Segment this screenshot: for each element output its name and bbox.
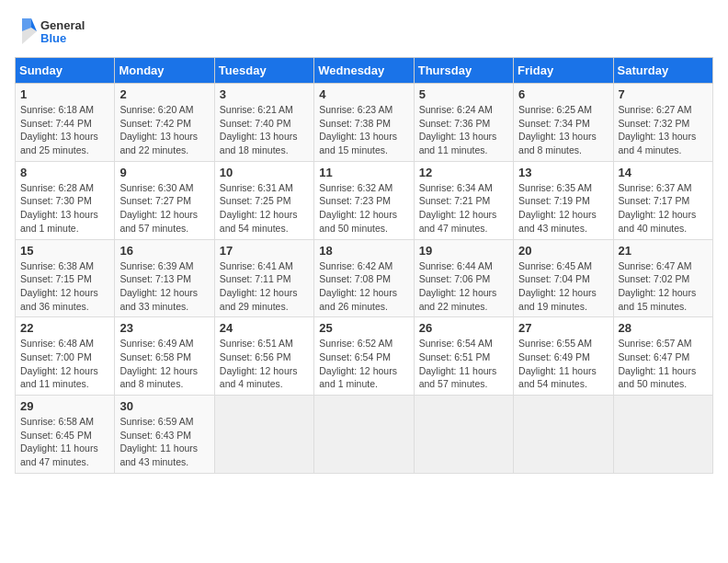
weekday-header-wednesday: Wednesday (314, 58, 414, 84)
calendar-day-27: 27Sunrise: 6:55 AM Sunset: 6:49 PM Dayli… (514, 317, 613, 396)
day-number: 29 (20, 399, 109, 413)
day-info: Sunrise: 6:35 AM Sunset: 7:19 PM Dayligh… (518, 181, 608, 236)
calendar-day-18: 18Sunrise: 6:42 AM Sunset: 7:08 PM Dayli… (314, 239, 414, 317)
calendar-day-12: 12Sunrise: 6:34 AM Sunset: 7:21 PM Dayli… (414, 161, 513, 239)
day-number: 1 (20, 87, 109, 101)
day-info: Sunrise: 6:27 AM Sunset: 7:32 PM Dayligh… (619, 103, 708, 157)
day-number: 2 (119, 87, 209, 101)
day-number: 14 (619, 166, 708, 179)
day-info: Sunrise: 6:45 AM Sunset: 7:04 PM Dayligh… (518, 259, 608, 314)
day-info: Sunrise: 6:48 AM Sunset: 7:00 PM Dayligh… (20, 337, 109, 391)
day-info: Sunrise: 6:32 AM Sunset: 7:23 PM Dayligh… (319, 181, 408, 236)
calendar-day-11: 11Sunrise: 6:32 AM Sunset: 7:23 PM Dayli… (314, 161, 414, 239)
day-number: 4 (319, 87, 408, 101)
day-info: Sunrise: 6:58 AM Sunset: 6:45 PM Dayligh… (20, 415, 109, 469)
calendar-day-4: 4Sunrise: 6:23 AM Sunset: 7:38 PM Daylig… (314, 84, 414, 162)
day-info: Sunrise: 6:39 AM Sunset: 7:13 PM Dayligh… (119, 259, 209, 314)
day-info: Sunrise: 6:52 AM Sunset: 6:54 PM Dayligh… (319, 337, 408, 391)
day-info: Sunrise: 6:20 AM Sunset: 7:42 PM Dayligh… (119, 103, 209, 157)
day-number: 20 (518, 244, 608, 258)
day-info: Sunrise: 6:41 AM Sunset: 7:11 PM Dayligh… (220, 259, 309, 314)
day-number: 30 (119, 399, 209, 413)
calendar-day-21: 21Sunrise: 6:47 AM Sunset: 7:02 PM Dayli… (613, 239, 712, 317)
day-number: 9 (119, 166, 209, 179)
day-number: 16 (119, 244, 209, 258)
day-info: Sunrise: 6:44 AM Sunset: 7:06 PM Dayligh… (419, 259, 508, 314)
day-number: 23 (119, 321, 209, 335)
weekday-header-friday: Friday (514, 58, 613, 84)
day-number: 26 (419, 321, 508, 335)
day-number: 19 (419, 244, 508, 258)
day-number: 7 (619, 87, 708, 101)
logo: General Blue (15, 15, 97, 48)
calendar-day-24: 24Sunrise: 6:51 AM Sunset: 6:56 PM Dayli… (214, 317, 313, 396)
calendar-day-7: 7Sunrise: 6:27 AM Sunset: 7:32 PM Daylig… (613, 84, 712, 162)
empty-cell (214, 396, 313, 474)
day-info: Sunrise: 6:54 AM Sunset: 6:51 PM Dayligh… (419, 337, 508, 391)
day-info: Sunrise: 6:34 AM Sunset: 7:21 PM Dayligh… (419, 181, 508, 236)
calendar-day-28: 28Sunrise: 6:57 AM Sunset: 6:47 PM Dayli… (613, 317, 712, 396)
day-info: Sunrise: 6:24 AM Sunset: 7:36 PM Dayligh… (419, 103, 508, 157)
day-info: Sunrise: 6:23 AM Sunset: 7:38 PM Dayligh… (319, 103, 408, 157)
day-number: 11 (319, 166, 408, 179)
calendar-day-22: 22Sunrise: 6:48 AM Sunset: 7:00 PM Dayli… (16, 317, 115, 396)
day-info: Sunrise: 6:37 AM Sunset: 7:17 PM Dayligh… (619, 181, 708, 236)
weekday-header-tuesday: Tuesday (214, 58, 313, 84)
day-info: Sunrise: 6:55 AM Sunset: 6:49 PM Dayligh… (518, 337, 608, 391)
calendar-day-20: 20Sunrise: 6:45 AM Sunset: 7:04 PM Dayli… (514, 239, 613, 317)
calendar-day-10: 10Sunrise: 6:31 AM Sunset: 7:25 PM Dayli… (214, 161, 313, 239)
day-info: Sunrise: 6:57 AM Sunset: 6:47 PM Dayligh… (619, 337, 708, 391)
day-number: 22 (20, 321, 109, 335)
day-number: 5 (419, 87, 508, 101)
day-number: 3 (220, 87, 309, 101)
calendar-week-2: 8Sunrise: 6:28 AM Sunset: 7:30 PM Daylig… (16, 161, 713, 239)
calendar-day-16: 16Sunrise: 6:39 AM Sunset: 7:13 PM Dayli… (115, 239, 214, 317)
calendar-day-1: 1Sunrise: 6:18 AM Sunset: 7:44 PM Daylig… (16, 84, 115, 162)
day-number: 18 (319, 244, 408, 258)
empty-cell (314, 396, 414, 474)
empty-cell (414, 396, 513, 474)
calendar-day-5: 5Sunrise: 6:24 AM Sunset: 7:36 PM Daylig… (414, 84, 513, 162)
day-number: 15 (20, 244, 109, 258)
day-number: 27 (518, 321, 608, 335)
day-info: Sunrise: 6:47 AM Sunset: 7:02 PM Dayligh… (619, 259, 708, 314)
calendar-day-25: 25Sunrise: 6:52 AM Sunset: 6:54 PM Dayli… (314, 317, 414, 396)
svg-text:Blue: Blue (40, 31, 66, 45)
calendar-day-14: 14Sunrise: 6:37 AM Sunset: 7:17 PM Dayli… (613, 161, 712, 239)
day-info: Sunrise: 6:59 AM Sunset: 6:43 PM Dayligh… (119, 415, 209, 469)
calendar-day-8: 8Sunrise: 6:28 AM Sunset: 7:30 PM Daylig… (16, 161, 115, 239)
calendar-day-23: 23Sunrise: 6:49 AM Sunset: 6:58 PM Dayli… (115, 317, 214, 396)
calendar-day-17: 17Sunrise: 6:41 AM Sunset: 7:11 PM Dayli… (214, 239, 313, 317)
weekday-header-row: SundayMondayTuesdayWednesdayThursdayFrid… (16, 58, 713, 84)
calendar-week-4: 22Sunrise: 6:48 AM Sunset: 7:00 PM Dayli… (16, 317, 713, 396)
day-number: 8 (20, 166, 109, 179)
calendar-week-3: 15Sunrise: 6:38 AM Sunset: 7:15 PM Dayli… (16, 239, 713, 317)
day-info: Sunrise: 6:49 AM Sunset: 6:58 PM Dayligh… (119, 337, 209, 391)
day-info: Sunrise: 6:30 AM Sunset: 7:27 PM Dayligh… (119, 181, 209, 236)
day-info: Sunrise: 6:25 AM Sunset: 7:34 PM Dayligh… (518, 103, 608, 157)
logo-svg: General Blue (15, 15, 97, 48)
weekday-header-monday: Monday (115, 58, 214, 84)
day-number: 28 (619, 321, 708, 335)
calendar-table: SundayMondayTuesdayWednesdayThursdayFrid… (15, 57, 713, 474)
calendar-day-26: 26Sunrise: 6:54 AM Sunset: 6:51 PM Dayli… (414, 317, 513, 396)
calendar-day-3: 3Sunrise: 6:21 AM Sunset: 7:40 PM Daylig… (214, 84, 313, 162)
day-number: 21 (619, 244, 708, 258)
calendar-day-13: 13Sunrise: 6:35 AM Sunset: 7:19 PM Dayli… (514, 161, 613, 239)
weekday-header-thursday: Thursday (414, 58, 513, 84)
calendar-week-5: 29Sunrise: 6:58 AM Sunset: 6:45 PM Dayli… (16, 396, 713, 474)
day-info: Sunrise: 6:28 AM Sunset: 7:30 PM Dayligh… (20, 181, 109, 236)
day-number: 17 (220, 244, 309, 258)
weekday-header-sunday: Sunday (16, 58, 115, 84)
calendar-day-15: 15Sunrise: 6:38 AM Sunset: 7:15 PM Dayli… (16, 239, 115, 317)
day-info: Sunrise: 6:31 AM Sunset: 7:25 PM Dayligh… (220, 181, 309, 236)
day-info: Sunrise: 6:18 AM Sunset: 7:44 PM Dayligh… (20, 103, 109, 157)
weekday-header-saturday: Saturday (613, 58, 712, 84)
day-info: Sunrise: 6:42 AM Sunset: 7:08 PM Dayligh… (319, 259, 408, 314)
calendar-day-19: 19Sunrise: 6:44 AM Sunset: 7:06 PM Dayli… (414, 239, 513, 317)
day-number: 12 (419, 166, 508, 179)
calendar-week-1: 1Sunrise: 6:18 AM Sunset: 7:44 PM Daylig… (16, 84, 713, 162)
header: General Blue (15, 15, 713, 48)
day-number: 24 (220, 321, 309, 335)
day-number: 25 (319, 321, 408, 335)
